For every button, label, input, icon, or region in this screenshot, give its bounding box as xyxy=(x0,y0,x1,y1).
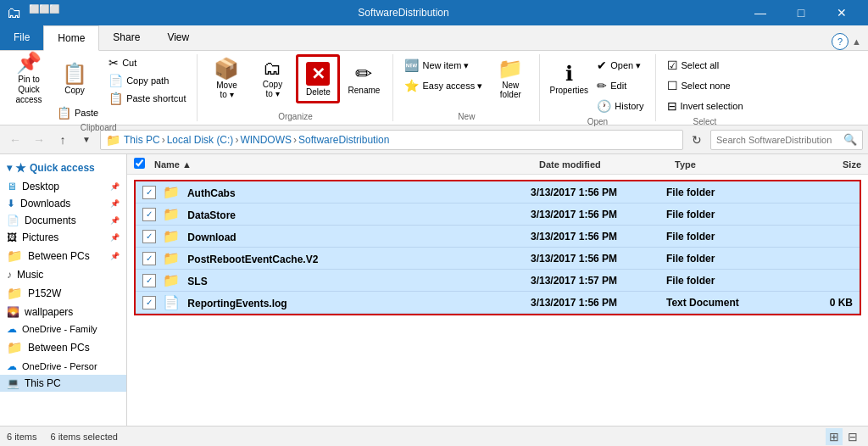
details-view-button[interactable]: ⊞ xyxy=(826,428,843,445)
row-date: 3/13/2017 1:56 PM xyxy=(531,209,666,220)
copy-path-button[interactable]: 📄 Copy path xyxy=(104,72,190,89)
header-date-col[interactable]: Date modified xyxy=(539,159,675,170)
file-name: PostRebootEventCache.V2 xyxy=(187,254,318,265)
path-segment-localdisk[interactable]: Local Disk (C:) xyxy=(167,134,234,146)
sidebar-item-music[interactable]: ♪ Music xyxy=(0,266,126,283)
row-check-col xyxy=(142,230,163,243)
quick-access-header[interactable]: ▾ ★ Quick access xyxy=(0,158,126,178)
paste-button[interactable]: 📋 Paste xyxy=(53,104,103,121)
row-check-col xyxy=(142,296,163,309)
sidebar-item-onedrive-family-label: OneDrive - Family xyxy=(22,324,97,334)
new-group: 🆕 New item ▾ ⭐ Easy access ▾ 📁 Newfolder… xyxy=(393,54,540,121)
paste-shortcut-button[interactable]: 📋 Paste shortcut xyxy=(104,90,190,107)
desktop-icon: 🖥 xyxy=(7,181,17,192)
row-date: 3/13/2017 1:56 PM xyxy=(531,231,666,243)
copy-label: Copy xyxy=(64,86,84,95)
header-name-col[interactable]: Name ▲ xyxy=(154,159,539,170)
properties-button[interactable]: ℹ Properties xyxy=(547,54,591,103)
header-type-col[interactable]: Type xyxy=(675,159,793,170)
search-box: 🔍 xyxy=(710,130,863,150)
title-bar: 🗂 ⬜⬜⬜ SoftwareDistribution — □ ✕ xyxy=(0,0,868,25)
table-row[interactable]: 📁 AuthCabs 3/13/2017 1:56 PM File folder xyxy=(136,181,860,203)
select-none-button[interactable]: ☐ Select none xyxy=(663,76,748,95)
open-label: Open xyxy=(587,115,608,126)
row-check-col xyxy=(142,208,163,221)
sidebar-item-p152w[interactable]: 📁 P152W xyxy=(0,283,126,304)
select-all-button[interactable]: ☑ Select all xyxy=(663,56,748,75)
new-item-button[interactable]: 🆕 New item ▾ xyxy=(400,56,487,75)
forward-button[interactable]: → xyxy=(29,130,49,150)
large-icons-view-button[interactable]: ⊟ xyxy=(844,428,861,445)
sidebar-item-wallpapers[interactable]: 🌄 wallpapers xyxy=(0,304,126,321)
sidebar-item-onedrive-family[interactable]: ☁ OneDrive - Family xyxy=(0,321,126,337)
view-tab[interactable]: View xyxy=(153,25,203,50)
home-tab[interactable]: Home xyxy=(43,25,99,51)
invert-selection-button[interactable]: ⊟ Invert selection xyxy=(663,97,748,115)
table-row[interactable]: 📁 PostRebootEventCache.V2 3/13/2017 1:56… xyxy=(136,248,860,270)
row-checkbox[interactable] xyxy=(142,296,156,309)
row-checkbox[interactable] xyxy=(142,252,156,265)
history-button[interactable]: 🕐 History xyxy=(593,97,648,115)
move-to-button[interactable]: 📦 Moveto ▾ xyxy=(204,54,248,103)
rename-button[interactable]: ✏ Rename xyxy=(342,54,386,103)
sidebar-item-downloads[interactable]: ⬇ Downloads 📌 xyxy=(0,195,126,212)
refresh-button[interactable]: ↻ xyxy=(687,130,707,150)
help-button[interactable]: ? xyxy=(832,33,849,50)
delete-button[interactable]: ✕ Delete xyxy=(296,54,340,103)
pin-to-quick-access-button[interactable]: 📌 Pin to Quickaccess xyxy=(7,54,51,103)
table-row[interactable]: 📁 SLS 3/13/2017 1:57 PM File folder xyxy=(136,270,860,292)
sidebar-item-documents[interactable]: 📄 Documents 📌 xyxy=(0,212,126,229)
table-row[interactable]: 📁 DataStore 3/13/2017 1:56 PM File folde… xyxy=(136,203,860,226)
close-button[interactable]: ✕ xyxy=(822,0,861,25)
file-tab[interactable]: File xyxy=(0,25,43,50)
edit-button[interactable]: ✏ Edit xyxy=(593,76,648,95)
clipboard-small-buttons: 📋 Copy 📋 Paste xyxy=(53,54,103,121)
sidebar-item-pictures-label: Pictures xyxy=(22,231,58,243)
path-segment-windows[interactable]: WINDOWS xyxy=(240,134,292,146)
quick-access-label: Quick access xyxy=(30,162,95,174)
row-checkbox[interactable] xyxy=(142,230,156,243)
copy-to-button[interactable]: 🗂 Copyto ▾ xyxy=(250,54,294,103)
new-folder-button[interactable]: 📁 Newfolder xyxy=(488,54,532,103)
file-type-icon: 📁 xyxy=(163,229,180,243)
table-row[interactable]: 📄 ReportingEvents.log 3/13/2017 1:56 PM … xyxy=(136,292,860,314)
recent-locations-button[interactable]: ▼ xyxy=(76,130,97,150)
row-type: File folder xyxy=(666,187,785,198)
open-button[interactable]: ✔ Open ▾ xyxy=(593,56,648,75)
sidebar-item-betweenpcs2[interactable]: 📁 Between PCs xyxy=(0,337,126,358)
row-checkbox[interactable] xyxy=(142,186,156,199)
sidebar-item-thispc[interactable]: 💻 This PC xyxy=(0,375,126,392)
search-input[interactable] xyxy=(716,135,840,145)
select-all-checkbox[interactable] xyxy=(134,158,145,169)
up-button[interactable]: ↑ xyxy=(53,130,73,150)
file-list-header: Name ▲ Date modified Type Size xyxy=(127,154,868,175)
row-checkbox[interactable] xyxy=(142,274,156,287)
maximize-button[interactable]: □ xyxy=(782,0,821,25)
share-tab[interactable]: Share xyxy=(99,25,153,50)
back-button[interactable]: ← xyxy=(5,130,25,150)
path-segment-softwaredist[interactable]: SoftwareDistribution xyxy=(298,134,389,146)
selected-count: 6 items selected xyxy=(50,432,117,442)
row-checkbox[interactable] xyxy=(142,208,156,221)
cut-button[interactable]: ✂ Cut xyxy=(104,54,190,71)
easy-access-button[interactable]: ⭐ Easy access ▾ xyxy=(400,76,487,95)
header-size-col[interactable]: Size xyxy=(793,159,861,170)
row-check-col xyxy=(142,274,163,287)
file-area: Name ▲ Date modified Type Size 📁 AuthCab… xyxy=(127,154,868,426)
pin-icon: 📌 xyxy=(16,53,42,73)
sidebar-item-p152w-label: P152W xyxy=(28,287,61,299)
sidebar-item-pictures[interactable]: 🖼 Pictures 📌 xyxy=(0,229,126,246)
minimize-button[interactable]: — xyxy=(741,0,780,25)
sidebar-item-onedrive-persor[interactable]: ☁ OneDrive - Persor xyxy=(0,358,126,375)
path-segment-thispc[interactable]: This PC xyxy=(124,134,160,146)
search-icon: 🔍 xyxy=(843,133,857,146)
sidebar-item-betweenpcs[interactable]: 📁 Between PCs 📌 xyxy=(0,246,126,266)
p152w-icon: 📁 xyxy=(7,286,23,301)
copy-button[interactable]: 📋 Copy xyxy=(53,54,97,103)
folder-path-icon: 📁 xyxy=(106,133,120,147)
sidebar-item-desktop[interactable]: 🖥 Desktop 📌 xyxy=(0,178,126,195)
select-all-icon: ☑ xyxy=(667,59,678,72)
title-bar-system-icons: 🗂 ⬜⬜⬜ xyxy=(7,4,59,22)
address-path[interactable]: 📁 This PC › Local Disk (C:) › WINDOWS › … xyxy=(100,130,683,150)
table-row[interactable]: 📁 Download 3/13/2017 1:56 PM File folder xyxy=(136,226,860,248)
